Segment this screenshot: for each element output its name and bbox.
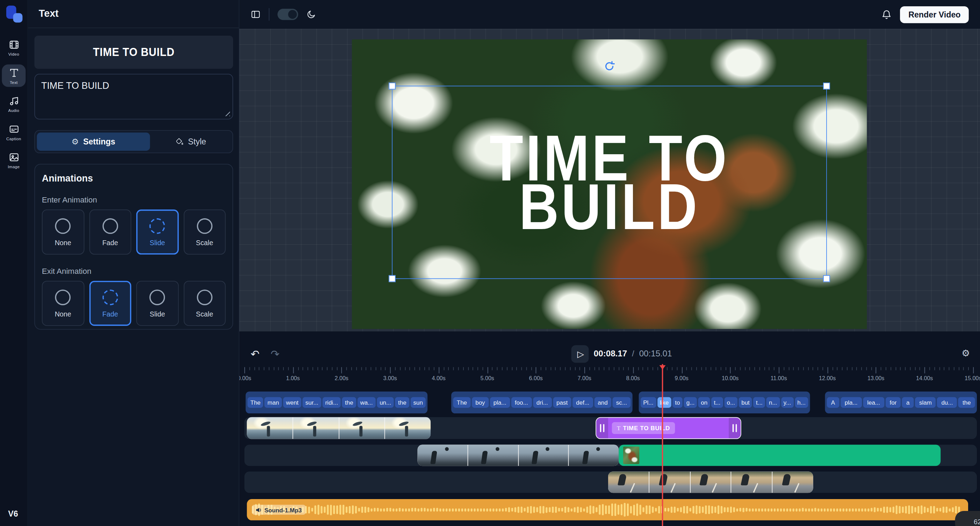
- caption-word[interactable]: def...: [573, 397, 593, 408]
- text-content-input[interactable]: TIME TO BUILD: [34, 74, 233, 120]
- sidebar-item-video[interactable]: Video: [2, 37, 25, 59]
- ruler-tick: [876, 367, 877, 373]
- ruler-tick: [939, 367, 940, 370]
- ruler-tick: [512, 367, 512, 370]
- animation-option-slide[interactable]: Slide: [136, 209, 178, 255]
- caption-word[interactable]: sc...: [612, 397, 630, 408]
- resize-handle-bottom-left[interactable]: [389, 275, 396, 282]
- bell-icon[interactable]: [881, 9, 892, 19]
- caption-word[interactable]: The: [453, 397, 471, 408]
- sidebar-item-caption[interactable]: Caption: [2, 121, 25, 143]
- selection-box[interactable]: [392, 86, 827, 279]
- waveform-bar: [727, 507, 729, 513]
- caption-word[interactable]: sur...: [303, 397, 321, 408]
- ruler-tick: [259, 367, 260, 370]
- waveform-bar: [846, 508, 848, 511]
- audio-clip[interactable]: Sound-1.Mp3: [247, 499, 968, 520]
- caption-word[interactable]: but: [739, 397, 752, 408]
- play-button[interactable]: ▷: [571, 345, 589, 363]
- sidebar-item-image[interactable]: Image: [2, 149, 25, 171]
- ruler-tick: [278, 367, 279, 370]
- redo-icon[interactable]: ↷: [270, 347, 279, 360]
- caption-word[interactable]: and: [594, 397, 611, 408]
- timeline-settings-gear-icon[interactable]: ⚙: [961, 347, 970, 359]
- caption-word[interactable]: pla...: [490, 397, 510, 408]
- waveform-bar: [742, 507, 744, 512]
- panel-toggle-icon[interactable]: [251, 10, 261, 19]
- text-clip[interactable]: T TIME TO BUILD: [595, 417, 741, 439]
- video-clip-flowers[interactable]: [619, 445, 940, 466]
- timeline-body[interactable]: 0.00s1.00s2.00s3.00s4.00s5.00s6.00s7.00s…: [239, 364, 980, 526]
- caption-word[interactable]: The: [247, 397, 263, 408]
- waveform-bar: [695, 505, 697, 514]
- caption-word[interactable]: the: [395, 397, 409, 408]
- animation-option-none[interactable]: None: [42, 209, 84, 255]
- caption-word[interactable]: t...: [754, 397, 765, 408]
- sidebar-item-text[interactable]: Text: [2, 64, 25, 87]
- caption-word[interactable]: ridi...: [322, 397, 341, 408]
- animation-option-none[interactable]: None: [42, 281, 84, 326]
- caption-word[interactable]: sun: [410, 397, 426, 408]
- animation-option-scale[interactable]: Scale: [183, 209, 226, 255]
- caption-word[interactable]: went: [283, 397, 301, 408]
- caption-word[interactable]: Pl...: [641, 397, 656, 408]
- render-video-button[interactable]: Render Video: [900, 6, 969, 23]
- video-clip-surfer[interactable]: [247, 417, 431, 439]
- caption-word[interactable]: man: [264, 397, 282, 408]
- waveform-bar: [492, 508, 494, 511]
- caption-word[interactable]: n...: [767, 397, 780, 408]
- text-preview-card[interactable]: TIME TO BUILD: [34, 36, 233, 69]
- animation-option-scale[interactable]: Scale: [183, 281, 226, 326]
- caption-word[interactable]: g...: [684, 397, 697, 408]
- preview-canvas[interactable]: TIME TO BUILD: [239, 29, 980, 332]
- dev-overlay-badge[interactable]: 623: [955, 511, 980, 526]
- caption-word[interactable]: dri...: [533, 397, 552, 408]
- caption-word[interactable]: h...: [795, 397, 808, 408]
- ruler-tick: [789, 367, 789, 370]
- trim-handle-left[interactable]: [596, 418, 608, 438]
- caption-word[interactable]: wa...: [357, 397, 375, 408]
- caption-word[interactable]: on: [698, 397, 710, 408]
- resize-handle-top-left[interactable]: [389, 83, 396, 89]
- undo-icon[interactable]: ↶: [251, 347, 259, 360]
- sidebar-item-audio[interactable]: Audio: [2, 93, 25, 115]
- caption-word[interactable]: y...: [781, 397, 793, 408]
- caption-word[interactable]: lea...: [863, 397, 884, 408]
- resize-handle-bottom-right[interactable]: [823, 275, 830, 282]
- playhead[interactable]: [662, 364, 663, 526]
- ruler-tick: [526, 367, 527, 370]
- trim-handle-right[interactable]: [729, 418, 741, 438]
- rotate-handle-icon[interactable]: [604, 61, 615, 72]
- tab-settings[interactable]: ⚙ Settings: [37, 132, 150, 151]
- caption-word[interactable]: o...: [724, 397, 737, 408]
- moon-icon[interactable]: [306, 10, 316, 19]
- ruler-tick: [929, 367, 930, 370]
- tab-style[interactable]: Style: [151, 132, 231, 151]
- animation-option-fade[interactable]: Fade: [89, 209, 131, 255]
- caption-word[interactable]: foo...: [511, 397, 531, 408]
- caption-word[interactable]: the: [342, 397, 356, 408]
- caption-word[interactable]: A: [827, 397, 839, 408]
- animation-option-slide[interactable]: Slide: [136, 281, 178, 326]
- caption-word[interactable]: a: [902, 397, 913, 408]
- waveform-bar: [767, 508, 769, 511]
- caption-word[interactable]: boy: [472, 397, 488, 408]
- caption-word-active[interactable]: like: [657, 397, 671, 408]
- app-logo-icon[interactable]: [5, 6, 22, 22]
- caption-word[interactable]: past: [553, 397, 571, 408]
- caption-word[interactable]: du...: [937, 397, 957, 408]
- resize-handle-top-right[interactable]: [823, 83, 830, 89]
- caption-word[interactable]: t...: [711, 397, 723, 408]
- video-clip-soccer[interactable]: [418, 445, 619, 466]
- caption-word[interactable]: slam: [915, 397, 936, 408]
- caption-word[interactable]: pla...: [840, 397, 862, 408]
- caption-word[interactable]: to: [673, 397, 682, 408]
- caption-word[interactable]: for: [886, 397, 901, 408]
- animation-shape-icon: [102, 218, 118, 234]
- animation-option-fade[interactable]: Fade: [89, 281, 131, 326]
- video-clip-cycling[interactable]: [608, 472, 813, 493]
- caption-word[interactable]: un...: [377, 397, 394, 408]
- ruler-tick: [924, 367, 925, 373]
- caption-word[interactable]: the: [958, 397, 975, 408]
- theme-toggle[interactable]: [277, 9, 298, 20]
